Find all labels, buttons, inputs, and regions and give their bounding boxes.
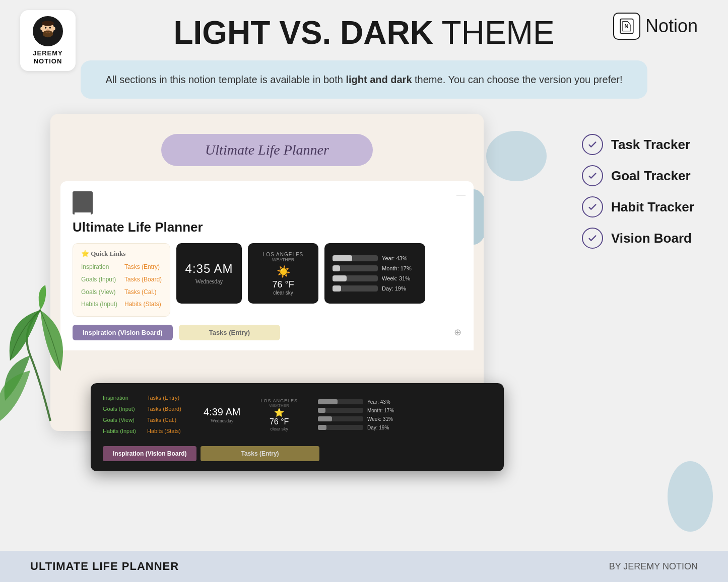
svg-point-5 bbox=[47, 29, 48, 31]
dark-pb-week-fill bbox=[318, 416, 332, 421]
progress-year-fill bbox=[333, 255, 352, 261]
feature-check-vision bbox=[582, 228, 603, 249]
dark-plabel-year: Year: 43% bbox=[367, 399, 390, 405]
progress-year-label: Year: 43% bbox=[382, 255, 417, 261]
dark-progress-widget: Year: 43% Month: 17% Week: 31% bbox=[318, 399, 394, 430]
progress-day-bg bbox=[333, 285, 378, 292]
dark-pb-year-bg bbox=[318, 399, 363, 404]
dql-habits-stats[interactable]: Habits (Stats) bbox=[147, 426, 183, 437]
add-tab-button[interactable]: ⊕ bbox=[454, 327, 461, 338]
progress-year-bg bbox=[333, 255, 378, 261]
white-inner-section: Ultimate Life Planner — ⭐ Quick Links In… bbox=[60, 181, 474, 350]
dark-tab-inspiration[interactable]: Inspiration (Vision Board) bbox=[103, 446, 196, 461]
feature-label-habit: Habit Tracker bbox=[611, 199, 694, 215]
feature-vision-board: Vision Board bbox=[582, 228, 708, 249]
logo-box: JEREMY NOTION bbox=[20, 10, 76, 71]
weather-desc: clear sky bbox=[273, 290, 293, 296]
dark-theme-mockup: Inspiration Tasks (Entry) Goals (Input) … bbox=[91, 383, 504, 471]
svg-text:N: N bbox=[624, 23, 628, 29]
progress-day-fill bbox=[333, 285, 341, 292]
dark-clock-time: 4:39 AM bbox=[204, 406, 240, 418]
dark-quick-links: Inspiration Tasks (Entry) Goals (Input) … bbox=[103, 393, 183, 436]
content-area: Ultimate Life Planner Ultimate Life Plan… bbox=[0, 114, 728, 431]
dark-weather-icon: ⭐ bbox=[260, 408, 298, 417]
tab-tasks[interactable]: Tasks (Entry) bbox=[179, 325, 280, 340]
ql-tasks-board[interactable]: Tasks (Board) bbox=[124, 274, 162, 285]
bg-blob-bottom-right bbox=[668, 461, 713, 532]
feature-check-goal bbox=[582, 165, 603, 186]
dark-progress-month-row: Month: 17% bbox=[318, 408, 394, 413]
dark-weather-widget: LOS ANGELES WEATHER ⭐ 76 °F clear sky bbox=[260, 398, 298, 431]
section-tabs: Inspiration (Vision Board) Tasks (Entry)… bbox=[73, 325, 461, 340]
weather-icon: ☀️ bbox=[277, 265, 290, 278]
progress-day-row: Day: 19% bbox=[333, 285, 417, 292]
progress-month-label: Month: 17% bbox=[382, 265, 417, 271]
main-title: LIGHT VS. DARK THEME bbox=[173, 15, 554, 50]
logo-name: JEREMY NOTION bbox=[28, 49, 68, 65]
ql-tasks-cal[interactable]: Tasks (Cal.) bbox=[124, 287, 162, 298]
progress-week-bg bbox=[333, 275, 378, 281]
progress-year-row: Year: 43% bbox=[333, 255, 417, 261]
dark-clock-widget: 4:39 AM Wednesday bbox=[204, 406, 240, 423]
dql-tasks-cal[interactable]: Tasks (Cal.) bbox=[147, 415, 183, 425]
progress-month-row: Month: 17% bbox=[333, 265, 417, 271]
dql-inspiration[interactable]: Inspiration bbox=[103, 393, 139, 403]
clock-day: Wednesday bbox=[195, 278, 223, 285]
feature-check-task bbox=[582, 134, 603, 155]
quick-links-header: ⭐ Quick Links bbox=[81, 250, 162, 258]
banner-bold: light and dark bbox=[346, 74, 412, 85]
progress-day-label: Day: 19% bbox=[382, 285, 417, 292]
feature-task-tracker: Task Tracker bbox=[582, 134, 708, 155]
dql-goals-input[interactable]: Goals (Input) bbox=[103, 404, 139, 414]
planner-book-icon bbox=[73, 191, 93, 214]
notion-icon: N bbox=[613, 13, 640, 40]
dark-pb-week-bg bbox=[318, 416, 363, 421]
svg-point-3 bbox=[45, 27, 46, 28]
dark-weather-temp: 76 °F bbox=[260, 417, 298, 426]
dark-progress-year-row: Year: 43% bbox=[318, 399, 394, 405]
dark-pb-month-fill bbox=[318, 408, 325, 413]
dark-pb-month-bg bbox=[318, 408, 363, 413]
dark-weather-city: LOS ANGELES bbox=[260, 398, 298, 403]
svg-point-6 bbox=[42, 21, 54, 26]
feature-label-vision: Vision Board bbox=[611, 231, 692, 246]
dql-goals-view[interactable]: Goals (View) bbox=[103, 415, 139, 425]
dql-tasks-board[interactable]: Tasks (Board) bbox=[147, 404, 183, 414]
ql-tasks-entry[interactable]: Tasks (Entry) bbox=[124, 262, 162, 273]
avatar bbox=[33, 16, 63, 46]
clock-time: 4:35 AM bbox=[185, 262, 233, 276]
light-header: Ultimate Life Planner bbox=[50, 114, 484, 181]
ql-inspiration[interactable]: Inspiration bbox=[81, 262, 118, 273]
dark-progress-day-row: Day: 19% bbox=[318, 425, 394, 430]
weather-city: LOS ANGELES bbox=[263, 252, 303, 257]
dql-tasks-entry[interactable]: Tasks (Entry) bbox=[147, 393, 183, 403]
feature-goal-tracker: Goal Tracker bbox=[582, 165, 708, 186]
dark-tab-tasks[interactable]: Tasks (Entry) bbox=[201, 446, 319, 461]
dark-weather-desc: clear sky bbox=[260, 426, 298, 431]
clock-widget: 4:35 AM Wednesday bbox=[176, 243, 242, 304]
progress-week-fill bbox=[333, 275, 347, 281]
footer-left: ULTIMATE LIFE PLANNER bbox=[30, 560, 179, 573]
dark-pb-day-fill bbox=[318, 425, 326, 430]
dark-pb-day-bg bbox=[318, 425, 363, 430]
planner-container: Ultimate Life Planner Ultimate Life Plan… bbox=[50, 114, 562, 431]
progress-month-bg bbox=[333, 265, 378, 271]
dark-header-row: Inspiration Tasks (Entry) Goals (Input) … bbox=[103, 393, 492, 436]
dark-plabel-week: Week: 31% bbox=[367, 416, 393, 422]
dark-progress-week-row: Week: 31% bbox=[318, 416, 394, 422]
minimize-button[interactable]: — bbox=[456, 189, 466, 200]
dark-plabel-day: Day: 19% bbox=[367, 425, 389, 430]
header: JEREMY NOTION LIGHT VS. DARK THEME N Not… bbox=[0, 0, 728, 60]
dark-clock-day: Wednesday bbox=[204, 418, 240, 423]
ql-habits-stats[interactable]: Habits (Stats) bbox=[124, 299, 162, 310]
svg-point-4 bbox=[49, 27, 51, 28]
dark-plabel-month: Month: 17% bbox=[367, 408, 394, 413]
footer-right: BY JEREMY NOTION bbox=[609, 561, 698, 572]
notion-label: Notion bbox=[645, 16, 698, 37]
progress-week-label: Week: 31% bbox=[382, 275, 417, 281]
feature-check-habit bbox=[582, 196, 603, 217]
weather-label: WEATHER bbox=[272, 257, 294, 262]
feature-habit-tracker: Habit Tracker bbox=[582, 196, 708, 217]
dql-habits-input[interactable]: Habits (Input) bbox=[103, 426, 139, 437]
notion-badge: N Notion bbox=[613, 13, 698, 40]
